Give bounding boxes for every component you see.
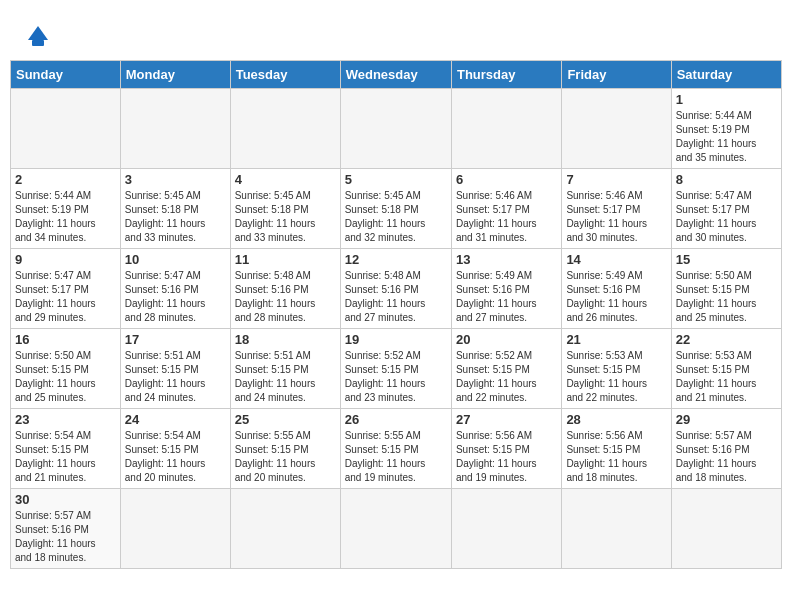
weekday-header-sunday: Sunday [11,61,121,89]
day-number: 26 [345,412,447,427]
calendar: SundayMondayTuesdayWednesdayThursdayFrid… [10,60,782,569]
day-info: Sunrise: 5:52 AM Sunset: 5:15 PM Dayligh… [345,349,447,405]
day-info: Sunrise: 5:52 AM Sunset: 5:15 PM Dayligh… [456,349,557,405]
calendar-cell: 2Sunrise: 5:44 AM Sunset: 5:19 PM Daylig… [11,169,121,249]
day-number: 20 [456,332,557,347]
day-number: 4 [235,172,336,187]
day-info: Sunrise: 5:54 AM Sunset: 5:15 PM Dayligh… [125,429,226,485]
calendar-cell: 6Sunrise: 5:46 AM Sunset: 5:17 PM Daylig… [451,169,561,249]
day-info: Sunrise: 5:46 AM Sunset: 5:17 PM Dayligh… [566,189,666,245]
weekday-header-monday: Monday [120,61,230,89]
day-info: Sunrise: 5:45 AM Sunset: 5:18 PM Dayligh… [345,189,447,245]
day-info: Sunrise: 5:46 AM Sunset: 5:17 PM Dayligh… [456,189,557,245]
day-info: Sunrise: 5:49 AM Sunset: 5:16 PM Dayligh… [456,269,557,325]
day-number: 17 [125,332,226,347]
header [10,10,782,55]
svg-rect-1 [32,40,44,46]
day-info: Sunrise: 5:53 AM Sunset: 5:15 PM Dayligh… [676,349,777,405]
day-info: Sunrise: 5:48 AM Sunset: 5:16 PM Dayligh… [235,269,336,325]
day-info: Sunrise: 5:51 AM Sunset: 5:15 PM Dayligh… [125,349,226,405]
weekday-header-row: SundayMondayTuesdayWednesdayThursdayFrid… [11,61,782,89]
week-row-3: 9Sunrise: 5:47 AM Sunset: 5:17 PM Daylig… [11,249,782,329]
day-info: Sunrise: 5:47 AM Sunset: 5:17 PM Dayligh… [15,269,116,325]
day-number: 8 [676,172,777,187]
calendar-cell [120,489,230,569]
day-number: 6 [456,172,557,187]
logo [20,20,54,50]
day-number: 15 [676,252,777,267]
day-info: Sunrise: 5:55 AM Sunset: 5:15 PM Dayligh… [235,429,336,485]
calendar-cell [562,89,671,169]
day-number: 3 [125,172,226,187]
day-info: Sunrise: 5:49 AM Sunset: 5:16 PM Dayligh… [566,269,666,325]
calendar-cell [230,89,340,169]
calendar-cell: 28Sunrise: 5:56 AM Sunset: 5:15 PM Dayli… [562,409,671,489]
calendar-cell: 1Sunrise: 5:44 AM Sunset: 5:19 PM Daylig… [671,89,781,169]
day-number: 29 [676,412,777,427]
day-number: 1 [676,92,777,107]
week-row-2: 2Sunrise: 5:44 AM Sunset: 5:19 PM Daylig… [11,169,782,249]
calendar-cell [451,89,561,169]
day-number: 7 [566,172,666,187]
calendar-cell: 7Sunrise: 5:46 AM Sunset: 5:17 PM Daylig… [562,169,671,249]
calendar-cell: 14Sunrise: 5:49 AM Sunset: 5:16 PM Dayli… [562,249,671,329]
calendar-cell: 5Sunrise: 5:45 AM Sunset: 5:18 PM Daylig… [340,169,451,249]
day-info: Sunrise: 5:53 AM Sunset: 5:15 PM Dayligh… [566,349,666,405]
day-info: Sunrise: 5:56 AM Sunset: 5:15 PM Dayligh… [456,429,557,485]
week-row-1: 1Sunrise: 5:44 AM Sunset: 5:19 PM Daylig… [11,89,782,169]
day-info: Sunrise: 5:56 AM Sunset: 5:15 PM Dayligh… [566,429,666,485]
calendar-cell [340,89,451,169]
day-info: Sunrise: 5:50 AM Sunset: 5:15 PM Dayligh… [15,349,116,405]
day-number: 23 [15,412,116,427]
day-number: 2 [15,172,116,187]
weekday-header-thursday: Thursday [451,61,561,89]
day-info: Sunrise: 5:47 AM Sunset: 5:16 PM Dayligh… [125,269,226,325]
day-number: 10 [125,252,226,267]
day-info: Sunrise: 5:44 AM Sunset: 5:19 PM Dayligh… [15,189,116,245]
calendar-cell: 13Sunrise: 5:49 AM Sunset: 5:16 PM Dayli… [451,249,561,329]
weekday-header-tuesday: Tuesday [230,61,340,89]
day-number: 30 [15,492,116,507]
day-number: 21 [566,332,666,347]
day-number: 13 [456,252,557,267]
page: SundayMondayTuesdayWednesdayThursdayFrid… [0,0,792,579]
calendar-cell [11,89,121,169]
week-row-6: 30Sunrise: 5:57 AM Sunset: 5:16 PM Dayli… [11,489,782,569]
day-number: 18 [235,332,336,347]
day-number: 16 [15,332,116,347]
day-info: Sunrise: 5:57 AM Sunset: 5:16 PM Dayligh… [676,429,777,485]
calendar-cell: 30Sunrise: 5:57 AM Sunset: 5:16 PM Dayli… [11,489,121,569]
calendar-cell: 12Sunrise: 5:48 AM Sunset: 5:16 PM Dayli… [340,249,451,329]
day-info: Sunrise: 5:45 AM Sunset: 5:18 PM Dayligh… [235,189,336,245]
calendar-cell [451,489,561,569]
calendar-cell: 18Sunrise: 5:51 AM Sunset: 5:15 PM Dayli… [230,329,340,409]
day-number: 28 [566,412,666,427]
calendar-cell: 29Sunrise: 5:57 AM Sunset: 5:16 PM Dayli… [671,409,781,489]
calendar-cell: 3Sunrise: 5:45 AM Sunset: 5:18 PM Daylig… [120,169,230,249]
weekday-header-saturday: Saturday [671,61,781,89]
calendar-cell: 21Sunrise: 5:53 AM Sunset: 5:15 PM Dayli… [562,329,671,409]
calendar-cell: 9Sunrise: 5:47 AM Sunset: 5:17 PM Daylig… [11,249,121,329]
day-info: Sunrise: 5:50 AM Sunset: 5:15 PM Dayligh… [676,269,777,325]
calendar-cell [671,489,781,569]
calendar-cell: 23Sunrise: 5:54 AM Sunset: 5:15 PM Dayli… [11,409,121,489]
calendar-cell: 10Sunrise: 5:47 AM Sunset: 5:16 PM Dayli… [120,249,230,329]
calendar-cell: 15Sunrise: 5:50 AM Sunset: 5:15 PM Dayli… [671,249,781,329]
calendar-cell: 11Sunrise: 5:48 AM Sunset: 5:16 PM Dayli… [230,249,340,329]
day-info: Sunrise: 5:57 AM Sunset: 5:16 PM Dayligh… [15,509,116,565]
calendar-cell: 4Sunrise: 5:45 AM Sunset: 5:18 PM Daylig… [230,169,340,249]
calendar-cell [120,89,230,169]
calendar-cell: 19Sunrise: 5:52 AM Sunset: 5:15 PM Dayli… [340,329,451,409]
day-number: 11 [235,252,336,267]
day-info: Sunrise: 5:54 AM Sunset: 5:15 PM Dayligh… [15,429,116,485]
calendar-cell: 25Sunrise: 5:55 AM Sunset: 5:15 PM Dayli… [230,409,340,489]
calendar-cell [340,489,451,569]
week-row-4: 16Sunrise: 5:50 AM Sunset: 5:15 PM Dayli… [11,329,782,409]
day-number: 22 [676,332,777,347]
calendar-cell: 17Sunrise: 5:51 AM Sunset: 5:15 PM Dayli… [120,329,230,409]
weekday-header-friday: Friday [562,61,671,89]
calendar-cell: 20Sunrise: 5:52 AM Sunset: 5:15 PM Dayli… [451,329,561,409]
day-info: Sunrise: 5:48 AM Sunset: 5:16 PM Dayligh… [345,269,447,325]
day-number: 5 [345,172,447,187]
day-number: 9 [15,252,116,267]
